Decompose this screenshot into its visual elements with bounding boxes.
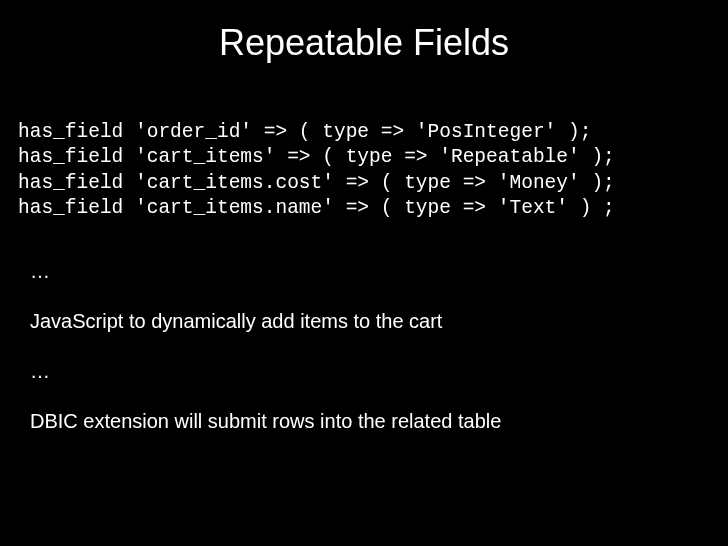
ellipsis: … [30, 257, 706, 285]
code-line: has_field 'cart_items.cost' => ( type =>… [18, 172, 615, 194]
slide-title: Repeatable Fields [22, 22, 706, 64]
code-line: has_field 'order_id' => ( type => 'PosIn… [18, 121, 591, 143]
slide: Repeatable Fields has_field 'order_id' =… [0, 0, 728, 546]
code-line: has_field 'cart_items' => ( type => 'Rep… [18, 146, 615, 168]
code-block: has_field 'order_id' => ( type => 'PosIn… [18, 120, 706, 221]
description-line: DBIC extension will submit rows into the… [30, 407, 706, 435]
body-text: … JavaScript to dynamically add items to… [30, 257, 706, 435]
description-line: JavaScript to dynamically add items to t… [30, 307, 706, 335]
ellipsis: … [30, 357, 706, 385]
code-line: has_field 'cart_items.name' => ( type =>… [18, 197, 615, 219]
